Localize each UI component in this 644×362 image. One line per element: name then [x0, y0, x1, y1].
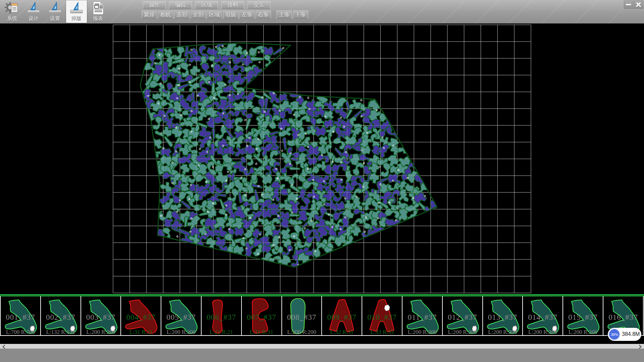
status-pill: 38% 384.8M — [608, 328, 641, 341]
thumbnail-cell-13[interactable]: 013_#37L:200 R:200 — [483, 296, 523, 335]
mode-button-1[interactable]: 系统 — [2, 0, 22, 23]
ribbon-button-10[interactable]: 下靠 — [293, 10, 308, 19]
thumbnail-cell-9[interactable]: 009_#37L:32 R:31 — [322, 296, 362, 335]
thumbnail-cell-7[interactable]: 007_#37L:31 R:31 — [242, 296, 282, 335]
ribbon-button-2[interactable]: 相机 — [158, 10, 173, 19]
piece-name: 004_#37 — [121, 313, 161, 322]
mode-button-label: 设置 — [45, 15, 65, 22]
piece-lr-count: L:200 R:200 — [282, 329, 322, 336]
piece-lr-count: L:32 R:31 — [322, 329, 362, 336]
nesting-canvas[interactable] — [0, 23, 644, 294]
mode-button-label: 设计 — [23, 15, 44, 22]
bottom-bar — [0, 349, 644, 362]
thumbnail-cell-3[interactable]: 003_#37L:200 R:200 — [81, 296, 121, 335]
main-toolbar: 系统设计设置排版报表 属性编辑区域排料交互 聚排相机选割全割区域瑕疵左靠右靠上靠… — [0, 0, 644, 23]
set-square-icon — [69, 1, 84, 15]
piece-thumbnail-strip: 001_#37L:700 R:700002_#37L:132 R:132003_… — [0, 294, 644, 337]
mode-button-5[interactable]: 报表 — [88, 0, 108, 23]
memory-usage: 384.8M — [622, 331, 640, 337]
piece-lr-count: L:31 R:31 — [121, 329, 161, 336]
piece-name: 003_#37 — [81, 313, 121, 322]
thumbnail-cell-10[interactable]: 010_#37L:33 R:33 — [362, 296, 402, 335]
thumbnail-cell-14[interactable]: 014_#37L:200 R:200 — [523, 296, 563, 335]
piece-lr-count: L:21 R:21 — [202, 329, 241, 336]
mode-button-label: 报表 — [88, 15, 108, 22]
piece-name: 001_#37 — [1, 313, 40, 322]
piece-name: 012_#37 — [443, 313, 482, 322]
progress-circle: 38% — [609, 329, 620, 340]
piece-name: 013_#37 — [483, 313, 523, 322]
piece-lr-count: L:31 R:31 — [242, 329, 281, 336]
piece-name: 014_#37 — [523, 313, 562, 322]
strip-bottom-border — [0, 335, 644, 336]
ribbon-button-1[interactable]: 聚排 — [142, 10, 157, 19]
piece-lr-count: L:200 R:200 — [523, 329, 562, 336]
minimize-icon — [626, 4, 631, 5]
progress-percent: 38% — [609, 333, 620, 337]
thumbnail-cell-5[interactable]: 005_#37L:200 R:200 — [161, 296, 202, 335]
thumbnail-cell-4[interactable]: 004_#37L:31 R:31 — [121, 296, 161, 335]
ribbon-button-9[interactable]: 上靠 — [276, 10, 292, 19]
tab-2[interactable]: 编辑 — [169, 1, 192, 9]
piece-lr-count: L:200 R:200 — [443, 329, 482, 336]
piece-name: 005_#37 — [161, 313, 201, 322]
chevron-left-icon[interactable] — [2, 345, 6, 349]
tab-3[interactable]: 区域 — [195, 1, 218, 9]
piece-lr-count: L:200 R:200 — [81, 329, 121, 336]
chevron-right-icon[interactable] — [637, 345, 641, 349]
thumbnail-cell-11[interactable]: 011_#37L:200 R:200 — [402, 296, 443, 335]
piece-name: 006_#37 — [202, 313, 241, 322]
tab-4[interactable]: 排料 — [221, 1, 244, 9]
piece-name: 007_#37 — [242, 313, 281, 322]
piece-name: 009_#37 — [322, 313, 362, 322]
tab-1[interactable]: 属性 — [143, 1, 166, 9]
piece-name: 008_#37 — [282, 313, 322, 322]
thumbnail-cell-8[interactable]: 008_#37L:200 R:200 — [282, 296, 322, 335]
report-icon — [91, 1, 105, 15]
mode-button-4[interactable]: 排版 — [66, 0, 87, 23]
thumbnail-cell-15[interactable]: 015_#37L:200 R:200 — [563, 296, 603, 335]
piece-name: 015_#37 — [563, 313, 603, 322]
ribbon-button-6[interactable]: 瑕疵 — [223, 10, 238, 19]
ribbon-button-7[interactable]: 左靠 — [239, 10, 255, 19]
thumbnail-cell-1[interactable]: 001_#37L:700 R:700 — [1, 296, 41, 335]
bottom-gap — [0, 337, 644, 344]
ribbon-button-8[interactable]: 右靠 — [256, 10, 271, 19]
close-button[interactable] — [634, 1, 643, 9]
ribbon-button-4[interactable]: 全割 — [191, 10, 206, 19]
thumbnail-cell-6[interactable]: 006_#37L:21 R:21 — [202, 296, 242, 335]
piece-name: 011_#37 — [402, 313, 442, 322]
set-square-icon — [48, 1, 62, 15]
thumbnail-cell-2[interactable]: 002_#37L:132 R:132 — [41, 296, 81, 335]
piece-lr-count: L:132 R:132 — [41, 329, 80, 336]
mode-button-3[interactable]: 设置 — [45, 0, 65, 23]
piece-lr-count: L:200 R:200 — [563, 329, 603, 336]
gear-doc-icon — [5, 1, 19, 15]
thumbnail-cell-12[interactable]: 012_#37L:200 R:200 — [443, 296, 483, 335]
tab-5[interactable]: 交互 — [248, 1, 270, 9]
nesting-canvas-svg — [0, 23, 644, 294]
mode-button-label: 系统 — [2, 15, 22, 22]
application-window: 系统设计设置排版报表 属性编辑区域排料交互 聚排相机选割全割区域瑕疵左靠右靠上靠… — [0, 0, 644, 362]
piece-lr-count: L:200 R:200 — [483, 329, 523, 336]
piece-lr-count: L:200 R:200 — [402, 329, 442, 336]
ribbon-button-3[interactable]: 选割 — [174, 10, 190, 19]
minimize-button[interactable] — [624, 1, 633, 9]
piece-lr-count: L:700 R:700 — [1, 329, 40, 336]
piece-name: 002_#37 — [41, 313, 80, 322]
ribbon-button-5[interactable]: 区域 — [207, 10, 222, 19]
piece-lr-count: L:200 R:200 — [161, 329, 201, 336]
mode-button-2[interactable]: 设计 — [23, 0, 44, 23]
horizontal-scrollbar[interactable] — [0, 344, 644, 349]
set-square-icon — [26, 1, 41, 15]
mode-button-label: 排版 — [66, 15, 87, 22]
piece-name: 016_#37 — [603, 313, 643, 322]
piece-name: 010_#37 — [362, 313, 402, 322]
piece-lr-count: L:33 R:33 — [362, 329, 402, 336]
